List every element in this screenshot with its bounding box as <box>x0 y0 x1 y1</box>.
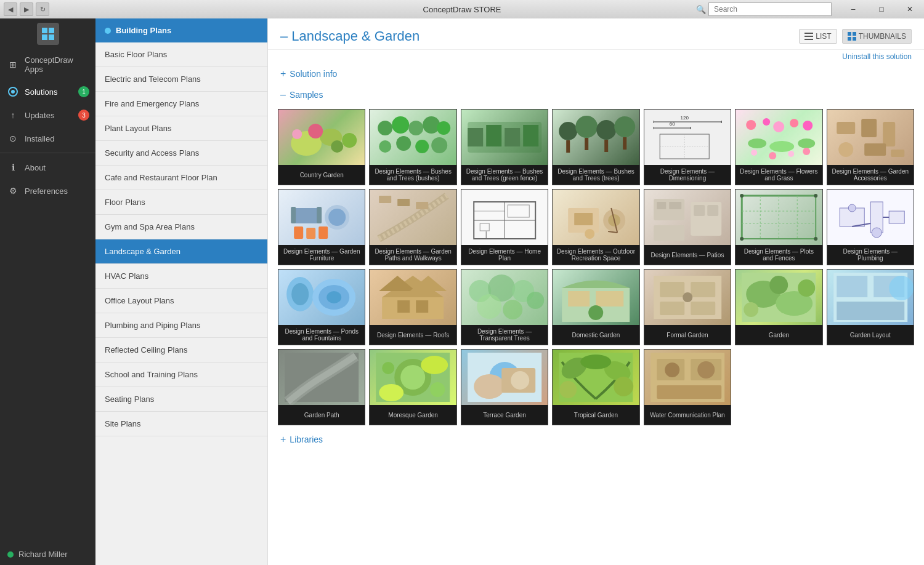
menu-item-seating[interactable]: Seating Plans <box>95 387 267 412</box>
thumb-dimensioning[interactable]: 120 60 Design Elements — Dimensioning <box>644 109 731 185</box>
thumb-outdoor[interactable]: Design Elements — Outdoor Recreation Spa… <box>552 189 639 265</box>
thumb-img-homeplan <box>461 190 548 245</box>
svg-point-62 <box>788 151 794 157</box>
user-info: Richard Miller <box>0 543 95 565</box>
svg-text:120: 120 <box>680 115 689 121</box>
svg-rect-116 <box>889 211 904 223</box>
svg-rect-69 <box>891 150 904 157</box>
thumb-img-bushes-green <box>461 110 548 165</box>
list-view-button[interactable]: LIST <box>799 29 837 44</box>
menu-item-office-layout[interactable]: Office Layout Plans <box>95 289 267 313</box>
thumb-bushes-green[interactable]: Design Elements — Bushes and Trees (gree… <box>461 109 548 185</box>
thumb-formal-garden[interactable]: Formal Garden <box>644 269 731 345</box>
thumb-roofs[interactable]: Design Elements — Roofs <box>369 269 456 345</box>
thumb-label-bushes-bushes: Design Elements — Bushes and Trees (bush… <box>370 165 456 185</box>
libraries-plus-icon: + <box>280 434 286 445</box>
minimize-button[interactable]: – <box>839 0 867 18</box>
menu-item-school-training[interactable]: School and Training Plans <box>95 363 267 387</box>
svg-point-58 <box>769 141 794 152</box>
sidebar-item-solutions[interactable]: Solutions 1 <box>0 80 95 103</box>
thumb-plots[interactable]: Design Elements — Plots and Fences <box>735 189 822 265</box>
thumb-garden[interactable]: Garden <box>735 269 822 345</box>
thumb-ponds[interactable]: Design Elements — Ponds and Fountains <box>278 269 365 345</box>
svg-rect-11 <box>848 37 851 41</box>
svg-rect-146 <box>691 302 715 315</box>
menu-item-floor-plans[interactable]: Floor Plans <box>95 190 267 215</box>
svg-point-120 <box>872 228 881 238</box>
menu-item-landscape[interactable]: Landscape & Garden <box>95 239 267 264</box>
menu-item-electric-telecom[interactable]: Electric and Telecom Plans <box>95 67 267 92</box>
thumb-country-garden[interactable]: Country Garden <box>278 109 365 185</box>
thumb-tropical-garden[interactable]: Tropical Garden <box>552 349 639 425</box>
close-button[interactable]: ✕ <box>896 0 924 18</box>
svg-point-67 <box>838 142 853 157</box>
preferences-icon: ⚙ <box>7 185 18 196</box>
sidebar-item-updates[interactable]: ↑ Updates 3 <box>0 103 95 127</box>
thumb-paths[interactable]: Design Elements — Garden Paths and Walkw… <box>369 189 456 265</box>
thumb-label-garden: Garden <box>736 325 822 345</box>
svg-point-107 <box>740 237 744 241</box>
thumb-garden-path[interactable]: Garden Path <box>278 349 365 425</box>
svg-rect-70 <box>294 208 318 223</box>
libraries-toggle[interactable]: + Libraries <box>268 429 924 450</box>
menu-item-fire-emergency[interactable]: Fire and Emergency Plans <box>95 92 267 116</box>
thumb-img-paths <box>370 190 456 245</box>
uninstall-link[interactable]: Uninstall this solution <box>268 50 924 63</box>
svg-rect-29 <box>468 128 483 146</box>
thumb-terrace-garden[interactable]: Terrace Garden <box>461 349 548 425</box>
solution-info-toggle[interactable]: + Solution info <box>268 63 924 84</box>
nav-refresh-button[interactable]: ↻ <box>36 2 49 16</box>
thumb-label-bushes-green: Design Elements — Bushes and Trees (gree… <box>461 165 548 185</box>
menu-item-basic-floor[interactable]: Basic Floor Plans <box>95 42 267 67</box>
thumb-domestic-garden[interactable]: Domestic Garden <box>552 269 639 345</box>
svg-rect-101 <box>654 225 684 241</box>
thumb-label-country-garden: Country Garden <box>278 165 365 185</box>
samples-toggle[interactable]: – Samples <box>268 84 924 105</box>
nav-back-button[interactable]: ◀ <box>4 2 17 16</box>
thumb-label-patios: Design Elements — Patios <box>644 245 731 265</box>
thumb-patios[interactable]: Design Elements — Patios <box>644 189 731 265</box>
svg-point-169 <box>474 374 505 399</box>
sidebar-item-about[interactable]: ℹ About <box>0 156 95 179</box>
thumb-bushes-trees[interactable]: Design Elements — Bushes and Trees (tree… <box>552 109 639 185</box>
svg-rect-12 <box>853 37 856 41</box>
sidebar-item-apps[interactable]: ⊞ ConceptDraw Apps <box>0 49 95 80</box>
thumb-moresque-garden[interactable]: Moresque Garden <box>369 349 456 425</box>
thumb-transparent[interactable]: Design Elements — Transparent Trees <box>461 269 548 345</box>
svg-point-151 <box>769 276 788 294</box>
svg-rect-76 <box>306 228 315 239</box>
svg-point-22 <box>423 116 440 134</box>
logo-icon <box>37 23 59 45</box>
thumb-furniture[interactable]: Design Elements — Garden Furniture <box>278 189 365 265</box>
menu-item-gym-spa[interactable]: Gym and Spa Area Plans <box>95 215 267 239</box>
thumb-bushes-bushes[interactable]: Design Elements — Bushes and Trees (bush… <box>369 109 456 185</box>
svg-point-34 <box>575 116 598 138</box>
thumb-plumbing[interactable]: Design Elements — Plumbing <box>827 189 914 265</box>
sidebar-item-installed[interactable]: ⊙ Installed <box>0 127 95 150</box>
thumb-homeplan[interactable]: Design Elements — Home Plan <box>461 189 548 265</box>
thumb-img-dimensioning: 120 60 <box>644 110 731 165</box>
thumb-label-plots: Design Elements — Plots and Fences <box>736 245 822 265</box>
menu-item-reflected-ceiling[interactable]: Reflected Ceiling Plans <box>95 338 267 363</box>
menu-item-plant-layout[interactable]: Plant Layout Plans <box>95 116 267 141</box>
menu-item-cafe-restaurant[interactable]: Cafe and Restaurant Floor Plan <box>95 166 267 190</box>
app-body: ⊞ ConceptDraw Apps Solutions 1 ↑ Updates… <box>0 18 924 565</box>
thumb-garden-layout[interactable]: Garden Layout <box>827 269 914 345</box>
svg-point-183 <box>697 361 715 379</box>
thumb-img-patios <box>644 190 731 245</box>
thumb-img-tropical <box>553 350 639 405</box>
nav-forward-button[interactable]: ▶ <box>20 2 33 16</box>
thumb-img-flowers <box>736 110 822 165</box>
search-input[interactable] <box>708 2 832 16</box>
maximize-button[interactable]: □ <box>867 0 896 18</box>
thumb-garden-acc[interactable]: Design Elements — Garden Accessories <box>827 109 914 185</box>
sidebar-item-preferences[interactable]: ⚙ Preferences <box>0 179 95 202</box>
thumbnails-view-button[interactable]: THUMBNAILS <box>842 29 912 44</box>
menu-item-hvac[interactable]: HVAC Plans <box>95 264 267 289</box>
thumb-flowers[interactable]: Design Elements — Flowers and Grass <box>735 109 822 185</box>
menu-item-site-plans[interactable]: Site Plans <box>95 412 267 436</box>
menu-item-plumbing-piping[interactable]: Plumbing and Piping Plans <box>95 313 267 338</box>
menu-item-security-access[interactable]: Security and Access Plans <box>95 141 267 166</box>
thumb-label-domestic-garden: Domestic Garden <box>553 325 639 345</box>
thumb-water-communication[interactable]: Water Communication Plan <box>644 349 731 425</box>
